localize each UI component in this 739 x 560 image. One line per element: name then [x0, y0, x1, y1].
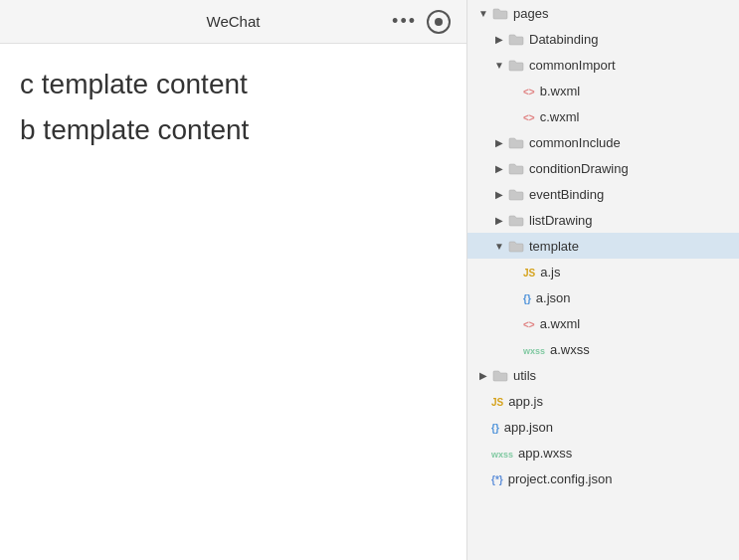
file-type-icon: wxss: [523, 342, 550, 357]
folder-icon: [491, 6, 509, 20]
tree-item-label: eventBinding: [529, 187, 604, 202]
arrow-icon: [475, 445, 491, 461]
tree-item-databinding[interactable]: Databinding: [467, 26, 739, 52]
tree-item-label: app.json: [504, 420, 553, 435]
tree-item-listdrawing[interactable]: listDrawing: [467, 207, 739, 233]
tree-item-label: template: [529, 239, 579, 254]
arrow-icon: [491, 186, 507, 202]
arrow-icon: [475, 393, 491, 409]
folder-icon: [507, 135, 525, 149]
file-type-icon: <>: [523, 109, 540, 124]
tree-item-a-wxss[interactable]: wxssa.wxss: [467, 336, 739, 362]
tree-item-label: app.wxss: [518, 446, 572, 461]
tree-item-label: a.wxss: [550, 342, 590, 357]
tree-item-label: commonImport: [529, 58, 616, 73]
arrow-icon: [507, 264, 523, 280]
tree-item-b-wxml[interactable]: <>b.wxml: [467, 78, 739, 103]
file-type-icon: <>: [523, 84, 540, 98]
file-type-icon: {*}: [491, 471, 508, 486]
folder-icon: [507, 58, 525, 72]
file-type-icon: JS: [523, 265, 540, 280]
tree-item-label: b.wxml: [540, 84, 580, 98]
tree-item-c-wxml[interactable]: <>c.wxml: [467, 103, 739, 129]
arrow-icon: [475, 5, 491, 21]
file-type-icon: {}: [523, 290, 536, 305]
tree-item-utils[interactable]: utils: [467, 362, 739, 388]
tree-item-label: utils: [513, 368, 536, 383]
tree-item-a-js[interactable]: JSa.js: [467, 259, 739, 284]
tree-item-label: a.js: [540, 265, 560, 280]
tree-item-project-config[interactable]: {*}project.config.json: [467, 466, 739, 491]
tree-item-pages[interactable]: pages: [467, 0, 739, 26]
tree-item-a-wxml[interactable]: <>a.wxml: [467, 310, 739, 336]
arrow-icon: [491, 134, 507, 150]
tree-item-label: conditionDrawing: [529, 161, 629, 176]
arrow-icon: [475, 367, 491, 383]
folder-icon: [491, 368, 509, 382]
tree-item-label: a.wxml: [540, 316, 580, 331]
folder-icon: [507, 239, 525, 253]
tree-item-app-js[interactable]: JSapp.js: [467, 388, 739, 414]
tree-item-label: a.json: [536, 290, 571, 305]
tree-item-label: pages: [513, 6, 548, 21]
arrow-icon: [491, 160, 507, 176]
arrow-icon: [507, 341, 523, 357]
folder-icon: [507, 187, 525, 201]
arrow-icon: [507, 289, 523, 305]
arrow-icon: [475, 419, 491, 435]
phone-header: WeChat •••: [0, 0, 466, 44]
tree-item-label: c.wxml: [540, 109, 580, 124]
arrow-icon: [491, 31, 507, 47]
arrow-icon: [507, 83, 523, 98]
arrow-icon: [491, 212, 507, 228]
arrow-icon: [507, 315, 523, 331]
tree-item-commonimport[interactable]: commonImport: [467, 52, 739, 78]
tree-item-a-json[interactable]: {}a.json: [467, 284, 739, 310]
tree-item-conditiondrawing[interactable]: conditionDrawing: [467, 155, 739, 181]
file-type-icon: <>: [523, 316, 540, 331]
file-type-icon: {}: [491, 420, 504, 435]
tree-item-label: project.config.json: [508, 471, 613, 486]
record-button[interactable]: [427, 10, 451, 34]
tree-item-label: Databinding: [529, 32, 598, 47]
template-line-2: b template content: [20, 109, 447, 151]
file-type-icon: JS: [491, 394, 508, 409]
arrow-icon: [507, 108, 523, 124]
arrow-icon: [491, 238, 507, 254]
phone-panel: WeChat ••• c template content b template…: [0, 0, 467, 560]
arrow-icon: [475, 470, 491, 486]
tree-item-label: listDrawing: [529, 213, 593, 228]
phone-dots: •••: [392, 11, 417, 32]
tree-item-app-wxss[interactable]: wxssapp.wxss: [467, 440, 739, 466]
tree-item-commoninclude[interactable]: commonInclude: [467, 129, 739, 155]
folder-icon: [507, 32, 525, 46]
tree-item-app-json[interactable]: {}app.json: [467, 414, 739, 440]
file-tree-panel: pages Databinding commonImport<>b.wxml<>…: [467, 0, 739, 560]
tree-item-label: app.js: [508, 394, 543, 409]
folder-icon: [507, 161, 525, 175]
file-type-icon: wxss: [491, 446, 518, 461]
phone-content: c template content b template content: [0, 44, 466, 560]
tree-item-template[interactable]: template: [467, 233, 739, 259]
folder-icon: [507, 213, 525, 227]
tree-item-eventbinding[interactable]: eventBinding: [467, 181, 739, 207]
tree-item-label: commonInclude: [529, 135, 621, 150]
phone-title: WeChat: [207, 13, 261, 30]
arrow-icon: [491, 57, 507, 73]
template-line-1: c template content: [20, 64, 447, 105]
